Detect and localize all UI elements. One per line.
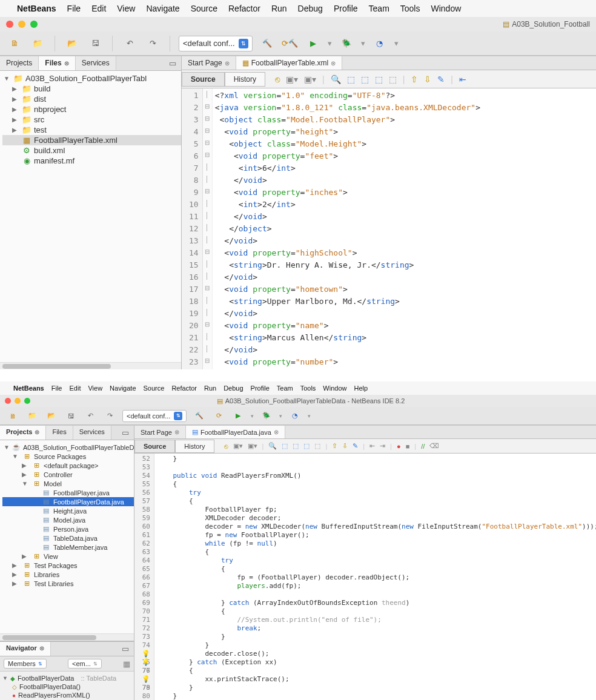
- tree-source-packages[interactable]: ▼⊞Source Packages: [2, 452, 134, 461]
- prev-bookmark-icon[interactable]: ⇧: [411, 74, 418, 84]
- new-file-icon[interactable]: 🗎: [6, 35, 23, 52]
- select-icon[interactable]: ⬚: [389, 74, 397, 84]
- close-icon[interactable]: ⊗: [225, 60, 230, 67]
- tree-file[interactable]: ▤TableData.java: [2, 533, 134, 543]
- btn-icon[interactable]: ▣▾: [248, 442, 257, 450]
- open-project-icon[interactable]: 📂: [64, 35, 81, 52]
- nav-options-icon[interactable]: ▭: [117, 426, 134, 440]
- tab-java-file[interactable]: ▤FootballPlayerData.java⊗: [186, 426, 285, 438]
- save-all-icon[interactable]: 🖫: [64, 409, 78, 423]
- tab-files[interactable]: Files⊗: [39, 56, 75, 70]
- tree-folder-dist[interactable]: ▶📁dist: [2, 94, 181, 104]
- tree-root[interactable]: ▼☕A03B_Solution_FootballPlayerTableD: [2, 443, 134, 452]
- tree-folder-src[interactable]: ▶📁src: [2, 114, 181, 125]
- close-window-icon[interactable]: [5, 398, 11, 404]
- new-file-icon[interactable]: 🗎: [6, 409, 19, 423]
- tree-file-xml[interactable]: ▦FootballPlayerTable.xml: [2, 135, 181, 145]
- source-view-button[interactable]: Source: [182, 72, 225, 87]
- close-icon[interactable]: ⊗: [39, 645, 44, 652]
- mac-menubar[interactable]: NetBeans File Edit View Navigate Source …: [0, 381, 596, 395]
- tab-start-page[interactable]: Start Page⊗: [134, 426, 186, 438]
- menu-navigate[interactable]: Navigate: [110, 385, 136, 392]
- tab-files[interactable]: Files: [46, 426, 73, 440]
- history-view-button[interactable]: History: [225, 72, 265, 87]
- menu-run[interactable]: Run: [204, 385, 216, 392]
- validate-icon[interactable]: ▣▾: [286, 74, 298, 84]
- tree-default-package[interactable]: ▶⊞<default package>: [2, 461, 134, 470]
- zoom-window-icon[interactable]: [30, 21, 38, 28]
- indent-left-icon[interactable]: ⇤: [369, 442, 375, 450]
- tree-file[interactable]: ▤Height.java: [2, 506, 134, 515]
- transform-icon[interactable]: ▣▾: [304, 74, 316, 84]
- menu-window[interactable]: Window: [431, 4, 461, 13]
- minimize-window-icon[interactable]: [15, 398, 21, 404]
- find-icon[interactable]: 🔍: [268, 442, 277, 450]
- projects-tree[interactable]: ▼☕A03B_Solution_FootballPlayerTableD ▼⊞S…: [0, 440, 134, 633]
- toggle-bookmark-icon[interactable]: ✎: [437, 74, 445, 84]
- next-bookmark-icon[interactable]: ⇩: [424, 74, 431, 84]
- menu-tools[interactable]: Tools: [400, 4, 420, 13]
- tab-projects[interactable]: Projects: [0, 56, 39, 70]
- forward-icon[interactable]: ⬚: [361, 74, 369, 84]
- close-icon[interactable]: ⊗: [331, 60, 336, 67]
- menu-team[interactable]: Team: [369, 4, 389, 13]
- build-icon[interactable]: 🔨: [259, 35, 276, 52]
- menu-edit[interactable]: Edit: [91, 4, 106, 13]
- box-icon[interactable]: ⬚: [293, 442, 299, 450]
- clean-build-icon[interactable]: ⟳: [212, 409, 225, 423]
- undo-icon[interactable]: ↶: [121, 35, 138, 52]
- menu-file[interactable]: File: [51, 385, 62, 392]
- menu-app[interactable]: NetBeans: [17, 4, 56, 13]
- menu-profile[interactable]: Profile: [251, 385, 270, 392]
- menu-file[interactable]: File: [67, 4, 81, 13]
- pencil-icon[interactable]: ✎: [353, 442, 358, 450]
- horizontal-scrollbar[interactable]: [0, 362, 181, 369]
- prev-icon[interactable]: ⇧: [332, 442, 337, 450]
- menu-view[interactable]: View: [88, 385, 102, 392]
- stop-icon[interactable]: ■: [406, 443, 410, 450]
- minimize-window-icon[interactable]: [18, 21, 25, 28]
- tree-file[interactable]: ▤Model.java: [2, 515, 134, 524]
- menu-window[interactable]: Window: [323, 385, 346, 392]
- next-icon[interactable]: ⇩: [342, 442, 348, 450]
- profile-more-icon[interactable]: ▾: [394, 39, 399, 48]
- debug-more-icon[interactable]: ▾: [361, 39, 365, 48]
- close-icon[interactable]: ⊗: [35, 429, 39, 435]
- tree-root[interactable]: ▼📁A03B_Solution_FootballPlayerTabl: [2, 73, 181, 84]
- marker-icon[interactable]: ⬚: [375, 74, 383, 84]
- tab-start-page[interactable]: Start Page⊗: [182, 56, 236, 70]
- new-project-icon[interactable]: 📁: [29, 35, 46, 52]
- navigator-config-icon[interactable]: ▦: [123, 659, 130, 669]
- comment-icon[interactable]: //: [421, 443, 425, 450]
- tree-pkg-model[interactable]: ▼⊞Model: [2, 479, 134, 488]
- source-view-button[interactable]: Source: [134, 440, 175, 453]
- profile-icon[interactable]: ◔: [288, 409, 302, 423]
- code-editor[interactable]: <?xml version="1.0" encoding="UTF-8"?><j…: [213, 88, 480, 369]
- tab-navigator[interactable]: Navigator⊗: [0, 642, 51, 656]
- menu-team[interactable]: Team: [277, 385, 293, 392]
- close-icon[interactable]: ⊗: [174, 429, 179, 435]
- open-project-icon[interactable]: 📂: [45, 409, 58, 423]
- debug-icon[interactable]: 🪲: [338, 35, 355, 52]
- navigator-members[interactable]: ▼◆FootballPlayerData :: TableData ◇Footb…: [0, 672, 134, 700]
- navigator-class[interactable]: ▼◆FootballPlayerData :: TableData: [1, 674, 133, 682]
- save-all-icon[interactable]: 🖫: [87, 35, 104, 52]
- shift-left-icon[interactable]: ⇤: [459, 74, 466, 84]
- record-icon[interactable]: ●: [397, 443, 401, 450]
- menu-refactor[interactable]: Refactor: [171, 385, 197, 392]
- tree-file[interactable]: ▤FootballPlayerData.java: [2, 497, 134, 506]
- tree-file-buildxml[interactable]: ⚙build.xml: [2, 145, 181, 156]
- clean-build-icon[interactable]: ⟳🔨: [282, 35, 299, 52]
- undo-icon[interactable]: ↶: [84, 409, 97, 423]
- mac-menubar[interactable]: NetBeans File Edit View Navigate Source …: [0, 0, 596, 17]
- box-icon[interactable]: ⬚: [314, 442, 320, 450]
- code-editor[interactable]: } public void ReadPlayersFromXML() { try…: [154, 454, 596, 700]
- check-xml-icon[interactable]: ⎋: [275, 74, 280, 84]
- tree-file[interactable]: ▤Person.java: [2, 524, 134, 533]
- tree-pkg-controller[interactable]: ▶⊞Controller: [2, 470, 134, 479]
- run-icon[interactable]: ▶: [305, 35, 322, 52]
- tab-services[interactable]: Services: [73, 426, 111, 440]
- tree-libraries[interactable]: ▶⊞Libraries: [2, 570, 134, 579]
- menu-profile[interactable]: Profile: [334, 4, 358, 13]
- indent-right-icon[interactable]: ⇥: [380, 442, 385, 450]
